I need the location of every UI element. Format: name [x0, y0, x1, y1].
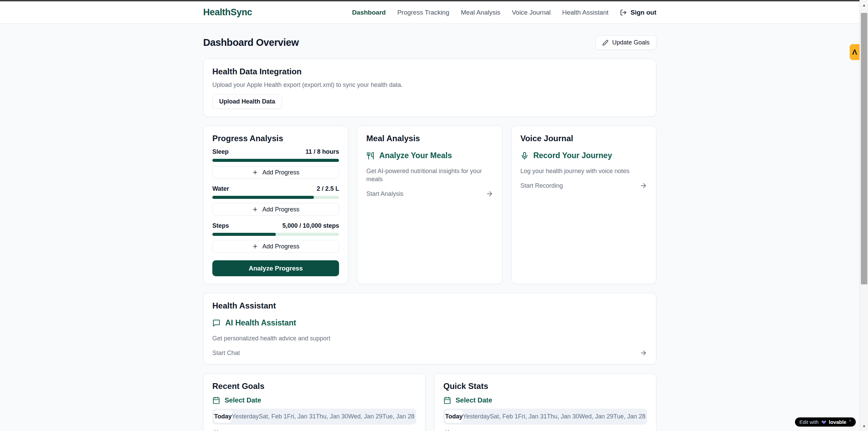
meal-description: Get AI-powered nutritional insights for …: [366, 167, 493, 183]
meal-title: Meal Analysis: [366, 133, 493, 144]
chat-bubble-icon: [212, 319, 220, 327]
steps-progress-fill: [212, 233, 276, 236]
tab-tue-jan-28[interactable]: Tue, Jan 28: [614, 410, 645, 423]
goal-value: 11 / 8 hours: [305, 148, 339, 156]
gradient-heart-icon: [821, 419, 827, 425]
scrollbar-down-arrow-icon[interactable]: ▼: [860, 422, 868, 430]
voice-title: Voice Journal: [520, 133, 647, 144]
start-recording-link[interactable]: Start Recording: [520, 182, 647, 189]
sleep-progress-bar[interactable]: [212, 159, 339, 162]
quick-stats-selected-date: February 3, 2025: [443, 430, 647, 431]
nav-item-health-assistant[interactable]: Health Assistant: [562, 9, 608, 16]
sleep-progress-fill: [212, 159, 339, 162]
pencil-icon: [602, 40, 608, 46]
top-navigation: HealthSync Dashboard Progress Tracking M…: [0, 1, 860, 24]
scrollbar-thumb[interactable]: [861, 13, 867, 284]
nav-item-meal-analysis[interactable]: Meal Analysis: [461, 9, 500, 16]
calendar-icon: [443, 430, 451, 431]
steps-progress-bar[interactable]: [212, 233, 339, 236]
voice-journal-card: Voice Journal Record Your Journey Log yo…: [511, 126, 656, 284]
tab-sat-feb-1[interactable]: Sat, Feb 1: [490, 410, 518, 423]
tab-fri-jan-31[interactable]: Fri, Jan 31: [287, 410, 316, 423]
goal-label: Water: [212, 185, 229, 193]
start-chat-link[interactable]: Start Chat: [212, 349, 647, 357]
recent-goals-title: Recent Goals: [212, 381, 416, 391]
voice-heading-link[interactable]: Record Your Journey: [520, 151, 647, 160]
analyze-progress-button[interactable]: Analyze Progress: [212, 260, 339, 276]
tab-sat-feb-1[interactable]: Sat, Feb 1: [259, 410, 287, 423]
recent-goals-date-tabs: Today Yesterday Sat, Feb 1 Fri, Jan 31 T…: [212, 409, 416, 425]
recent-goals-select-date[interactable]: Select Date: [212, 396, 416, 404]
tab-thu-jan-30[interactable]: Thu, Jan 30: [316, 410, 348, 423]
assistant-heading-link[interactable]: AI Health Assistant: [212, 318, 647, 327]
goal-label: Sleep: [212, 148, 229, 156]
calendar-icon: [212, 430, 220, 431]
quick-stats-select-date[interactable]: Select Date: [443, 396, 647, 404]
assistant-title: Health Assistant: [212, 301, 647, 311]
health-data-integration-card: Health Data Integration Upload your Appl…: [203, 59, 656, 117]
plus-icon: [252, 206, 258, 212]
utensils-icon: [366, 152, 374, 160]
start-analysis-link[interactable]: Start Analysis: [366, 190, 493, 198]
meal-heading-link[interactable]: Analyze Your Meals: [366, 151, 493, 160]
badge-close-icon[interactable]: ×: [849, 418, 851, 423]
log-out-icon: [620, 9, 627, 16]
goal-value: 2 / 2.5 L: [317, 185, 339, 193]
page-scrollbar[interactable]: ▲ ▼: [860, 0, 868, 431]
calendar-icon: [212, 396, 220, 404]
integration-title: Health Data Integration: [212, 67, 647, 77]
lovable-side-widget[interactable]: Λ: [850, 44, 860, 60]
sign-out-button[interactable]: Sign out: [620, 9, 656, 16]
nav-links: Dashboard Progress Tracking Meal Analysi…: [352, 9, 656, 16]
upload-health-data-button[interactable]: Upload Health Data: [212, 94, 282, 109]
quick-stats-date-tabs: Today Yesterday Sat, Feb 1 Fri, Jan 31 T…: [443, 409, 647, 425]
arrow-right-icon: [640, 349, 647, 357]
tab-wed-jan-29[interactable]: Wed, Jan 29: [579, 410, 614, 423]
page-title: Dashboard Overview: [203, 37, 299, 48]
edit-with-lovable-badge[interactable]: Edit with lovable ×: [795, 417, 856, 427]
arrow-right-icon: [640, 182, 647, 189]
calendar-icon: [443, 396, 451, 404]
goal-sleep: Sleep 11 / 8 hours Add Progress: [212, 148, 339, 179]
arrow-right-icon: [486, 190, 493, 198]
nav-item-dashboard[interactable]: Dashboard: [352, 9, 386, 16]
scrollbar-up-arrow-icon[interactable]: ▲: [860, 1, 868, 9]
tab-wed-jan-29[interactable]: Wed, Jan 29: [348, 410, 383, 423]
assistant-description: Get personalized health advice and suppo…: [212, 334, 647, 342]
update-goals-button[interactable]: Update Goals: [596, 35, 656, 50]
health-assistant-card: Health Assistant AI Health Assistant Get…: [203, 293, 656, 364]
nav-item-progress-tracking[interactable]: Progress Tracking: [397, 9, 449, 16]
voice-description: Log your health journey with voice notes: [520, 167, 647, 175]
quick-stats-title: Quick Stats: [443, 381, 647, 391]
tab-yesterday[interactable]: Yesterday: [232, 410, 259, 423]
goal-water: Water 2 / 2.5 L Add Progress: [212, 185, 339, 216]
goal-steps: Steps 5,000 / 10,000 steps Add Progress: [212, 222, 339, 253]
recent-goals-selected-date: February 3, 2025: [212, 430, 416, 431]
tab-thu-jan-30[interactable]: Thu, Jan 30: [547, 410, 579, 423]
nav-item-voice-journal[interactable]: Voice Journal: [512, 9, 551, 16]
goal-label: Steps: [212, 222, 229, 230]
meal-analysis-card: Meal Analysis Analyze Your Meals Get AI-…: [357, 126, 502, 284]
water-progress-fill: [212, 196, 314, 199]
recent-goals-card: Recent Goals Select Date Today Yesterday…: [203, 373, 425, 431]
app-logo[interactable]: HealthSync: [203, 7, 252, 18]
tab-yesterday[interactable]: Yesterday: [463, 410, 490, 423]
quick-stats-card: Quick Stats Select Date Today Yesterday …: [434, 373, 656, 431]
tab-today[interactable]: Today: [445, 410, 463, 423]
add-steps-progress-button[interactable]: Add Progress: [212, 240, 339, 253]
plus-icon: [252, 243, 258, 249]
lovable-logo-icon: Λ: [852, 48, 857, 57]
tab-tue-jan-28[interactable]: Tue, Jan 28: [383, 410, 414, 423]
progress-title: Progress Analysis: [212, 133, 339, 144]
tab-today[interactable]: Today: [214, 410, 232, 423]
water-progress-bar[interactable]: [212, 196, 339, 199]
add-sleep-progress-button[interactable]: Add Progress: [212, 166, 339, 179]
progress-analysis-card: Progress Analysis Sleep 11 / 8 hours Add…: [203, 126, 348, 284]
plus-icon: [252, 169, 258, 175]
integration-description: Upload your Apple Health export (export.…: [212, 81, 647, 89]
add-water-progress-button[interactable]: Add Progress: [212, 203, 339, 216]
goal-value: 5,000 / 10,000 steps: [282, 222, 339, 230]
microphone-icon: [520, 152, 529, 160]
tab-fri-jan-31[interactable]: Fri, Jan 31: [518, 410, 547, 423]
